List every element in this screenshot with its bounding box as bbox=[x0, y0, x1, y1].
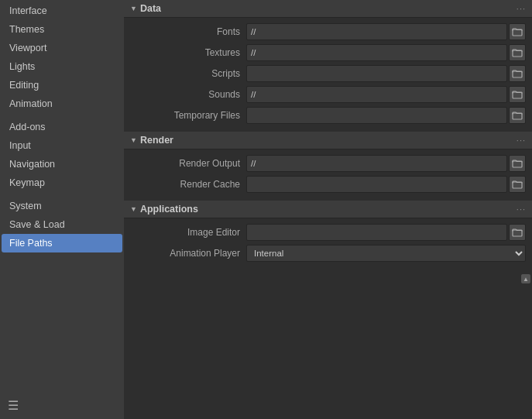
svg-rect-7 bbox=[513, 230, 522, 236]
path-input[interactable] bbox=[246, 44, 507, 61]
input-group bbox=[246, 65, 526, 82]
sidebar-item-lights[interactable]: Lights bbox=[2, 57, 122, 76]
path-input[interactable] bbox=[246, 176, 507, 193]
folder-browse-button[interactable] bbox=[509, 155, 526, 172]
hamburger-icon[interactable]: ☰ bbox=[8, 398, 19, 413]
path-input[interactable] bbox=[246, 86, 507, 103]
sidebar: InterfaceThemesViewportLightsEditingAnim… bbox=[0, 0, 124, 419]
folder-browse-button[interactable] bbox=[509, 86, 526, 103]
dots-menu-applications[interactable]: ··· bbox=[517, 204, 526, 214]
form-section-render: Render Output Render Cache bbox=[124, 149, 532, 201]
folder-browse-button[interactable] bbox=[509, 176, 526, 193]
sidebar-item-navigation[interactable]: Navigation bbox=[2, 155, 122, 173]
field-label: Render Cache bbox=[130, 179, 246, 190]
folder-browse-button[interactable] bbox=[509, 23, 526, 40]
form-row-render-cache: Render Cache bbox=[127, 175, 529, 194]
form-row-image-editor: Image Editor bbox=[127, 223, 529, 242]
sidebar-item-themes[interactable]: Themes bbox=[2, 20, 122, 39]
form-section-data: Fonts Textures Scripts Sounds Temporary … bbox=[124, 18, 532, 132]
sidebar-item-interface[interactable]: Interface bbox=[2, 2, 122, 20]
animation-player-select[interactable]: InternalExternal bbox=[246, 245, 526, 262]
section-title-data: Data bbox=[140, 3, 161, 14]
form-section-applications: Image Editor Animation PlayerInternalExt… bbox=[124, 218, 532, 270]
svg-rect-2 bbox=[513, 71, 522, 77]
main-content: ▼Data···Fonts Textures Scripts Sounds Te… bbox=[124, 0, 532, 419]
sidebar-item-system[interactable]: System bbox=[2, 197, 122, 215]
field-label: Textures bbox=[130, 47, 246, 58]
sidebar-item-animation[interactable]: Animation bbox=[2, 94, 122, 113]
input-group bbox=[246, 86, 526, 103]
input-group bbox=[246, 23, 526, 40]
path-input[interactable] bbox=[246, 65, 507, 82]
triangle-icon-data: ▼ bbox=[130, 5, 137, 12]
folder-browse-button[interactable] bbox=[509, 65, 526, 82]
form-row-render-output: Render Output bbox=[127, 154, 529, 173]
section-title-applications: Applications bbox=[140, 204, 198, 215]
svg-rect-4 bbox=[513, 113, 522, 119]
input-group bbox=[246, 176, 526, 193]
triangle-icon-applications: ▼ bbox=[130, 205, 137, 213]
sidebar-item-file-paths[interactable]: File Paths bbox=[2, 234, 122, 252]
folder-browse-button[interactable] bbox=[509, 107, 526, 124]
sidebar-item-editing[interactable]: Editing bbox=[2, 76, 122, 94]
sidebar-item-keymap[interactable]: Keymap bbox=[2, 173, 122, 192]
input-group bbox=[246, 44, 526, 61]
form-row-fonts: Fonts bbox=[127, 22, 529, 41]
section-title-render: Render bbox=[140, 135, 173, 146]
input-group bbox=[246, 107, 526, 124]
section-header-data[interactable]: ▼Data··· bbox=[124, 0, 532, 18]
form-row-temporary-files: Temporary Files bbox=[127, 106, 529, 125]
field-label: Temporary Files bbox=[130, 110, 246, 121]
section-header-render[interactable]: ▼Render··· bbox=[124, 132, 532, 149]
svg-rect-3 bbox=[513, 92, 522, 98]
path-input[interactable] bbox=[246, 23, 507, 40]
triangle-icon-render: ▼ bbox=[130, 136, 137, 144]
svg-rect-6 bbox=[513, 182, 522, 188]
folder-browse-button[interactable] bbox=[509, 224, 526, 241]
path-input[interactable] bbox=[246, 107, 507, 124]
svg-rect-0 bbox=[513, 29, 522, 36]
svg-rect-5 bbox=[513, 161, 522, 167]
sidebar-item-add-ons[interactable]: Add-ons bbox=[2, 118, 122, 136]
dots-menu-data[interactable]: ··· bbox=[517, 4, 526, 13]
section-header-left-applications: ▼Applications bbox=[130, 204, 198, 215]
sidebar-item-save-load[interactable]: Save & Load bbox=[2, 215, 122, 234]
path-input[interactable] bbox=[246, 155, 507, 172]
sidebar-item-input[interactable]: Input bbox=[2, 136, 122, 155]
section-header-left-render: ▼Render bbox=[130, 135, 173, 146]
input-group: InternalExternal bbox=[246, 245, 526, 262]
field-label: Animation Player bbox=[130, 248, 246, 259]
input-group bbox=[246, 155, 526, 172]
section-header-left-data: ▼Data bbox=[130, 3, 161, 14]
field-label: Fonts bbox=[130, 26, 246, 37]
input-group bbox=[246, 224, 526, 241]
form-row-animation-player: Animation PlayerInternalExternal bbox=[127, 244, 529, 263]
dots-menu-render[interactable]: ··· bbox=[517, 136, 526, 145]
form-row-scripts: Scripts bbox=[127, 64, 529, 83]
form-row-sounds: Sounds bbox=[127, 85, 529, 104]
sidebar-item-viewport[interactable]: Viewport bbox=[2, 39, 122, 57]
field-label: Sounds bbox=[130, 89, 246, 100]
field-label: Image Editor bbox=[130, 227, 246, 238]
sidebar-bottom: ☰ bbox=[2, 393, 122, 417]
form-row-textures: Textures bbox=[127, 43, 529, 62]
svg-rect-1 bbox=[513, 50, 522, 57]
section-header-applications[interactable]: ▼Applications··· bbox=[124, 201, 532, 218]
field-label: Scripts bbox=[130, 68, 246, 79]
field-label: Render Output bbox=[130, 158, 246, 169]
folder-browse-button[interactable] bbox=[509, 44, 526, 61]
scroll-indicator: ▲ bbox=[521, 274, 530, 283]
path-input[interactable] bbox=[246, 224, 507, 241]
